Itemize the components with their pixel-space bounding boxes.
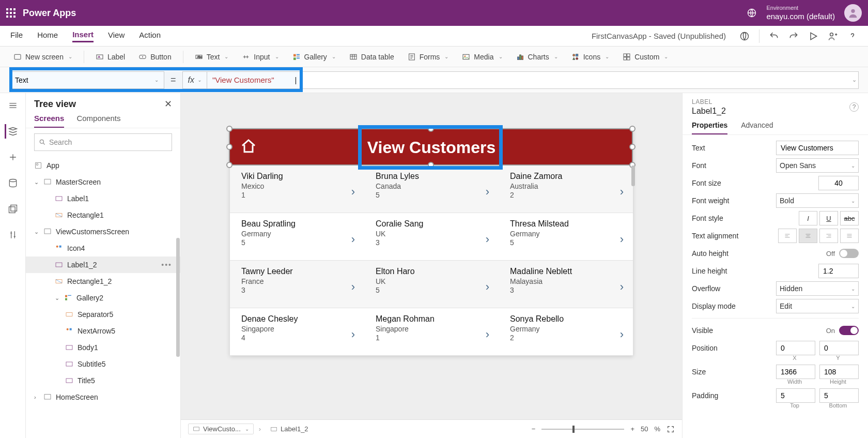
help-icon[interactable] (847, 31, 858, 41)
tree-node-label1-2[interactable]: Label1_2••• (26, 256, 180, 273)
ribbon-charts[interactable]: Charts⌄ (512, 53, 562, 61)
ribbon-forms[interactable]: Forms⌄ (404, 53, 453, 61)
tree-node-homescreen[interactable]: ›HomeScreen (26, 389, 180, 405)
tree-node-title5[interactable]: Title5 (26, 372, 180, 389)
underline-button[interactable]: U (819, 211, 838, 225)
share-icon[interactable] (828, 31, 838, 41)
gallery-cell[interactable]: Denae Chesley Singapore 4 › (230, 308, 364, 355)
ribbon-new-screen[interactable]: New screen⌄ (9, 53, 76, 61)
menu-home[interactable]: Home (37, 31, 58, 41)
ribbon-gallery[interactable]: Gallery⌄ (288, 53, 340, 61)
menu-file[interactable]: File (10, 31, 23, 41)
tree-node-gallery2[interactable]: ⌄Gallery2 (26, 290, 180, 306)
prop-lineheight-input[interactable] (818, 264, 859, 278)
gallery-cell[interactable]: Bruna Lyles Canada 5 › (364, 165, 499, 213)
breadcrumb-screen[interactable]: ViewCusto...⌄ (188, 424, 254, 434)
prop-pad-bottom[interactable] (819, 388, 859, 403)
prop-fontweight-select[interactable]: Bold⌄ (776, 193, 859, 208)
tree-node-app[interactable]: App (26, 157, 180, 174)
tree-node-icon4[interactable]: Icon4 (26, 240, 180, 256)
close-icon[interactable]: ✕ (164, 98, 172, 110)
zoom-in-button[interactable]: + (630, 425, 634, 433)
next-arrow-icon[interactable]: › (351, 185, 355, 199)
undo-icon[interactable] (769, 31, 779, 41)
gallery-cell[interactable]: Elton Haro UK 5 › (364, 261, 499, 308)
property-selector[interactable]: Text⌄ (9, 71, 164, 89)
ribbon-label[interactable]: Label (91, 53, 129, 61)
prop-size-w[interactable] (776, 365, 815, 379)
fit-to-window-icon[interactable] (667, 425, 675, 433)
gallery-cell[interactable]: Viki Darling Mexico 1 › (230, 165, 364, 213)
ribbon-text[interactable]: AbcText⌄ (191, 53, 233, 61)
props-tab-advanced[interactable]: Advanced (741, 121, 773, 134)
ribbon-media[interactable]: Media⌄ (458, 53, 506, 61)
next-arrow-icon[interactable]: › (351, 233, 355, 246)
prop-font-select[interactable]: Open Sans⌄ (776, 158, 859, 173)
next-arrow-icon[interactable]: › (486, 280, 489, 294)
gallery-cell[interactable]: Thresa Milstead Germany 5 › (499, 213, 633, 260)
tree-view-icon[interactable] (5, 124, 19, 139)
ribbon-data-table[interactable]: Data table (345, 53, 398, 61)
gallery-cell[interactable]: Megan Rohman Singapore 1 › (364, 308, 499, 355)
formula-input[interactable]: "View Customers"| (207, 71, 859, 89)
gallery-row[interactable]: Tawny Leeder France 3 ›Elton Haro UK 5 ›… (230, 261, 633, 308)
play-icon[interactable] (808, 31, 818, 41)
prop-overflow-select[interactable]: Hidden⌄ (776, 281, 859, 296)
gallery-row[interactable]: Viki Darling Mexico 1 ›Bruna Lyles Canad… (230, 165, 633, 213)
tree-node-rectangle1-2[interactable]: Rectangle1_2 (26, 273, 180, 290)
tree-node-subtitle5[interactable]: Subtitle5 (26, 356, 180, 372)
gallery-cell[interactable]: Sonya Rebello Germany 2 › (499, 308, 633, 355)
menu-action[interactable]: Action (139, 31, 161, 41)
gallery-row[interactable]: Beau Spratling Germany 5 ›Coralie Sang U… (230, 213, 633, 261)
tree-node-rectangle1[interactable]: Rectangle1 (26, 207, 180, 223)
breadcrumb-element[interactable]: Label1_2 (266, 424, 313, 434)
align-right-button[interactable] (819, 229, 838, 243)
environment-block[interactable]: Environment enayu.com (default) (766, 5, 835, 21)
props-tab-properties[interactable]: Properties (692, 121, 727, 134)
next-arrow-icon[interactable]: › (486, 328, 489, 341)
data-icon[interactable] (6, 176, 20, 190)
next-arrow-icon[interactable]: › (620, 185, 624, 199)
prop-fontsize-input[interactable] (818, 176, 859, 190)
next-arrow-icon[interactable]: › (486, 185, 489, 199)
advanced-tools-icon[interactable] (6, 228, 20, 242)
redo-icon[interactable] (788, 31, 799, 41)
gallery-row[interactable]: Denae Chesley Singapore 4 ›Megan Rohman … (230, 308, 633, 356)
home-icon[interactable] (240, 138, 257, 157)
align-left-button[interactable] (778, 229, 797, 243)
tree-node-viewcustomersscreen[interactable]: ⌄ViewCustomersScreen (26, 223, 180, 240)
tree-scrollbar-thumb[interactable] (176, 238, 180, 357)
formula-expand-icon[interactable]: ⌄ (852, 77, 857, 83)
props-help-icon[interactable]: ? (849, 102, 859, 112)
tree-node-masterscreen[interactable]: ⌄MasterScreen (26, 174, 180, 190)
ribbon-icons[interactable]: Icons⌄ (567, 53, 613, 61)
tree-node-nextarrow5[interactable]: NextArrow5 (26, 323, 180, 339)
fx-label[interactable]: fx⌄ (182, 71, 207, 89)
media-panel-icon[interactable] (6, 202, 20, 216)
gallery-cell[interactable]: Coralie Sang UK 3 › (364, 213, 499, 260)
ribbon-custom[interactable]: Custom⌄ (618, 53, 672, 61)
tab-screens[interactable]: Screens (34, 114, 64, 128)
next-arrow-icon[interactable]: › (351, 280, 355, 294)
next-arrow-icon[interactable]: › (620, 233, 624, 246)
gallery-cell[interactable]: Daine Zamora Australia 2 › (499, 165, 633, 213)
next-arrow-icon[interactable]: › (620, 328, 624, 341)
tab-components[interactable]: Components (76, 114, 120, 128)
next-arrow-icon[interactable]: › (351, 328, 355, 341)
prop-autoheight-toggle[interactable] (839, 249, 859, 258)
gallery-cell[interactable]: Beau Spratling Germany 5 › (230, 213, 364, 260)
strikethrough-button[interactable]: abc (840, 211, 859, 225)
prop-displaymode-select[interactable]: Edit⌄ (776, 299, 859, 313)
tree-search-input[interactable]: Search (34, 133, 172, 151)
tree-node-label1[interactable]: Label1 (26, 190, 180, 207)
app-checker-icon[interactable] (739, 31, 750, 41)
gallery-cell[interactable]: Tawny Leeder France 3 › (230, 261, 364, 308)
canvas[interactable]: View Customers Viki Darling Mexico (230, 129, 633, 356)
prop-pos-y[interactable] (819, 341, 859, 355)
tree-node-body1[interactable]: Body1 (26, 339, 180, 356)
app-launcher-icon[interactable] (6, 8, 16, 18)
zoom-slider[interactable] (541, 429, 624, 430)
insert-icon[interactable] (6, 150, 20, 164)
ribbon-button[interactable]: Button (134, 53, 175, 61)
user-avatar[interactable] (844, 4, 862, 22)
